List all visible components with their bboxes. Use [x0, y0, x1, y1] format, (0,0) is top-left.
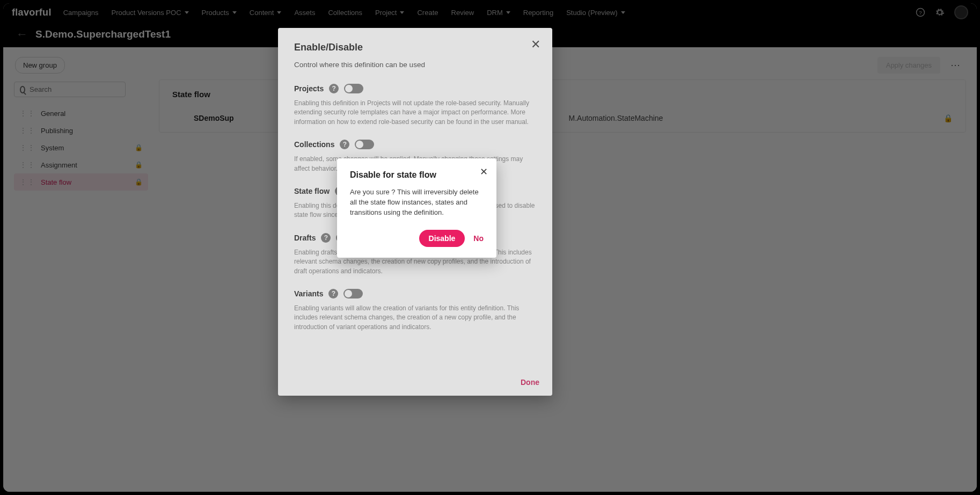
- toggle-knob: [356, 141, 363, 148]
- help-icon[interactable]: ?: [321, 233, 331, 243]
- close-icon[interactable]: ✕: [480, 166, 488, 178]
- help-icon[interactable]: ?: [329, 84, 339, 93]
- setting-description: Enabling this definition in Projects wil…: [294, 99, 536, 127]
- modal-subtitle: Control where this definition can be use…: [294, 61, 536, 69]
- toggle-projects[interactable]: [344, 84, 363, 93]
- confirm-actions: Disable No: [350, 230, 484, 247]
- setting-label: State flow: [294, 187, 330, 195]
- help-icon[interactable]: ?: [328, 289, 338, 299]
- toggle-knob: [345, 290, 352, 297]
- confirm-title: Disable for state flow: [350, 170, 484, 180]
- setting-label: Variants: [294, 289, 323, 298]
- confirm-disable-modal: ✕ Disable for state flow Are you sure ? …: [337, 158, 496, 258]
- toggle-collections[interactable]: [355, 140, 374, 149]
- confirm-body: Are you sure ? This will irreversibly de…: [350, 187, 484, 218]
- setting-variants: Variants?Enabling variants will allow th…: [294, 289, 536, 332]
- setting-head: Collections?: [294, 140, 536, 149]
- toggle-knob: [345, 85, 353, 92]
- close-icon[interactable]: ✕: [531, 38, 540, 52]
- toggle-variants[interactable]: [343, 289, 363, 299]
- setting-label: Projects: [294, 84, 324, 93]
- help-icon[interactable]: ?: [340, 140, 349, 149]
- disable-button[interactable]: Disable: [419, 230, 465, 247]
- done-button[interactable]: Done: [521, 378, 539, 387]
- modal-title: Enable/Disable: [294, 42, 536, 53]
- setting-head: Projects?: [294, 84, 536, 93]
- setting-projects: Projects?Enabling this definition in Pro…: [294, 84, 536, 127]
- setting-description: Enabling variants will allow the creatio…: [294, 304, 536, 332]
- no-button[interactable]: No: [473, 234, 484, 243]
- setting-label: Collections: [294, 140, 334, 149]
- setting-head: Variants?: [294, 289, 536, 299]
- setting-label: Drafts: [294, 234, 316, 242]
